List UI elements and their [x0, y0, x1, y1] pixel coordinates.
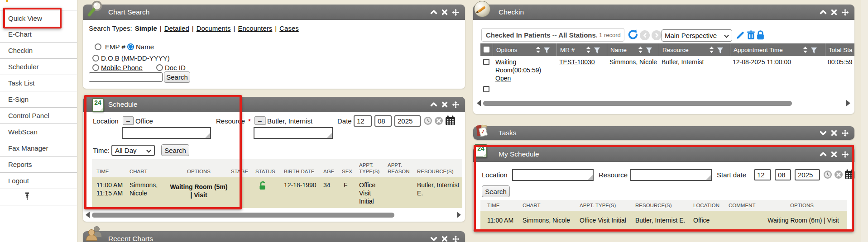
resource-collapse-button[interactable]: –	[254, 116, 265, 125]
open-link[interactable]: Open	[495, 74, 511, 82]
sidebar-item-fax-manager[interactable]: Fax Manager	[0, 140, 77, 157]
options-cell[interactable]: Waiting Room (5m) | Visit	[169, 183, 228, 199]
time-select[interactable]: All Day	[111, 145, 155, 156]
start-date-year-field[interactable]: 2025	[795, 169, 820, 180]
sidebar-pin-button[interactable]	[0, 189, 77, 205]
search-type-documents[interactable]: Documents	[197, 24, 231, 32]
mobile-phone-radio-label[interactable]: Mobile Phone	[101, 64, 143, 71]
name-radio[interactable]	[127, 43, 134, 50]
calendar-picker-icon[interactable]	[844, 169, 855, 181]
close-icon[interactable]	[441, 101, 448, 108]
clock-icon[interactable]	[823, 170, 832, 181]
mobile-phone-radio[interactable]	[92, 64, 99, 71]
mr-number-link[interactable]: TEST-10030	[559, 58, 595, 66]
delete-perspective-icon[interactable]	[747, 30, 755, 42]
emp-number-radio[interactable]	[95, 43, 101, 50]
sidebar-item-reports[interactable]: Reports	[0, 157, 77, 173]
filter-icon[interactable]	[544, 47, 550, 55]
select-all-checkbox[interactable]	[484, 47, 489, 52]
options-cell[interactable]: Waiting Room (6m) | Visit	[767, 216, 839, 224]
collapse-icon[interactable]	[430, 9, 437, 15]
chart-search-button[interactable]: Search	[164, 71, 190, 83]
location-input[interactable]	[122, 127, 211, 139]
waiting-room-link[interactable]: Waiting Room(00:05:59)	[495, 58, 541, 74]
clear-date-icon[interactable]	[434, 116, 443, 127]
perspective-select[interactable]: Main Perspective	[662, 29, 732, 42]
close-icon[interactable]	[831, 130, 837, 136]
date-day-field[interactable]: 08	[374, 115, 392, 127]
row-checkbox[interactable]	[483, 59, 489, 65]
chart-search-input[interactable]	[89, 72, 163, 82]
move-icon[interactable]	[452, 235, 460, 242]
location-input[interactable]	[512, 169, 594, 181]
sidebar-item-webscan[interactable]: WebScan	[0, 124, 77, 140]
my-schedule-search-button[interactable]: Search	[482, 185, 510, 197]
next-perspective-icon[interactable]	[652, 30, 662, 40]
move-icon[interactable]	[841, 151, 849, 158]
sort-icon[interactable]	[536, 47, 540, 55]
collapse-icon[interactable]	[820, 151, 827, 157]
scrollbar-thumb[interactable]	[483, 101, 792, 106]
close-icon[interactable]	[831, 9, 837, 15]
collapse-icon[interactable]	[430, 101, 437, 108]
sort-icon[interactable]	[710, 47, 714, 55]
sort-icon[interactable]	[638, 47, 643, 55]
refresh-icon[interactable]	[627, 29, 639, 43]
clear-date-icon[interactable]	[834, 170, 843, 181]
prev-perspective-icon[interactable]	[640, 30, 650, 40]
doc-id-radio[interactable]	[156, 64, 163, 71]
move-icon[interactable]	[452, 101, 460, 109]
sidebar-item-e-chart[interactable]: E-Chart	[0, 26, 77, 43]
search-type-detailed[interactable]: Detailed	[164, 24, 189, 32]
sidebar-item-logout[interactable]: Logout	[0, 173, 77, 189]
sort-icon[interactable]	[803, 47, 807, 55]
start-date-month-field[interactable]: 12	[754, 169, 771, 180]
scroll-left-arrow[interactable]	[86, 212, 90, 218]
search-type-encounters[interactable]: Encounters	[238, 24, 272, 32]
unlocked-padlock-icon[interactable]	[258, 181, 268, 193]
sidebar-item-task-list[interactable]: Task List	[0, 75, 77, 91]
lock-perspective-icon[interactable]	[757, 30, 764, 42]
dob-radio[interactable]	[92, 55, 99, 62]
filter-icon[interactable]	[646, 47, 652, 55]
sidebar-item-checkin[interactable]: Checkin	[0, 43, 77, 59]
close-icon[interactable]	[441, 236, 448, 242]
edit-perspective-icon[interactable]	[736, 31, 745, 42]
schedule-search-button[interactable]: Search	[161, 144, 189, 156]
sidebar-item-e-sign[interactable]: E-Sign	[0, 91, 77, 108]
move-icon[interactable]	[841, 129, 849, 137]
search-type-cases[interactable]: Cases	[279, 24, 299, 32]
scroll-right-arrow[interactable]	[457, 212, 461, 218]
checkin-patient-row[interactable]: Waiting Room(00:05:59) Open TEST-10030 S…	[480, 56, 854, 83]
empty-row-checkbox[interactable]	[483, 86, 489, 92]
sort-icon[interactable]	[586, 47, 590, 55]
close-icon[interactable]	[441, 9, 448, 15]
scroll-right-arrow[interactable]	[846, 100, 850, 106]
expand-icon[interactable]	[430, 236, 437, 242]
close-icon[interactable]	[831, 151, 837, 157]
my-schedule-title: My Schedule	[499, 150, 539, 158]
move-icon[interactable]	[841, 9, 849, 16]
sidebar-item-scheduler[interactable]: Scheduler	[0, 59, 77, 75]
schedule-appointment-row[interactable]: 11:00 AM11:15 AM Simmons, Nicole Waiting…	[92, 177, 462, 208]
my-schedule-appointment-row[interactable]: 11:00 AM Simmons, Nicole Office Visit In…	[480, 211, 847, 230]
location-collapse-button[interactable]: –	[123, 116, 134, 125]
date-month-field[interactable]: 12	[354, 115, 372, 127]
filter-icon[interactable]	[811, 47, 817, 55]
clock-icon[interactable]	[423, 116, 432, 127]
collapse-icon[interactable]	[820, 9, 827, 15]
date-year-field[interactable]: 2025	[394, 115, 421, 127]
expand-icon[interactable]	[820, 130, 827, 136]
sidebar-item-control-panel[interactable]: Control Panel	[0, 108, 77, 124]
resource-input[interactable]	[254, 127, 333, 139]
filter-icon[interactable]	[594, 47, 600, 55]
scrollbar-thumb[interactable]	[92, 213, 394, 218]
calendar-picker-icon[interactable]	[445, 115, 456, 128]
resource-input[interactable]	[630, 169, 712, 181]
move-icon[interactable]	[452, 9, 460, 16]
scroll-left-arrow[interactable]	[477, 100, 481, 106]
search-type-simple[interactable]: Simple	[135, 24, 157, 32]
start-date-day-field[interactable]: 08	[775, 169, 791, 180]
sidebar-item-quick-view[interactable]: Quick View	[0, 10, 77, 26]
filter-icon[interactable]	[717, 47, 723, 55]
